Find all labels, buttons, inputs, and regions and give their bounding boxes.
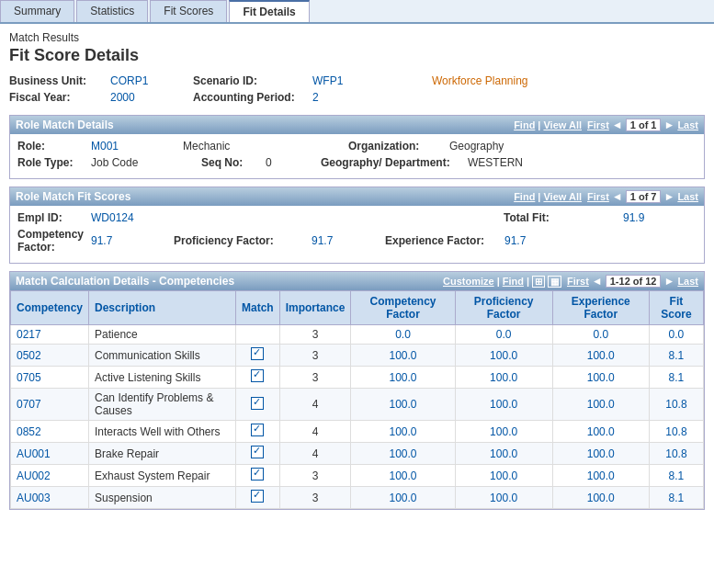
scenario-id-label: Scenario ID: [193,74,312,87]
cell-prof-factor: 0.0 [455,325,552,345]
role-match-details-header: Role Match Details Find | View All First… [10,116,704,134]
cell-match [236,389,280,421]
scenario-name: Workforce Planning [432,74,705,87]
tab-fit-scores[interactable]: Fit Scores [150,0,227,22]
prev-arrow[interactable]: ◄ [612,119,623,131]
fit-row-1: Empl ID: WD0124 Total Fit: 91.9 [17,211,697,224]
checkmark-icon [251,369,264,382]
geo-dept-value: WESTERN [468,156,578,169]
cell-importance: 3 [279,345,351,367]
cell-competency: 0217 [11,325,89,345]
cell-importance: 3 [279,367,351,389]
accounting-period-label: Accounting Period: [193,91,312,104]
cell-fit-score: 8.1 [649,367,703,389]
table-row: AU003 Suspension 3 100.0 100.0 100.0 8.1 [11,487,704,509]
geo-dept-label: Geography/ Department: [321,156,468,169]
seq-no-value: 0 [266,156,302,169]
comp-factor-label: Competency Factor: [17,228,91,254]
checkmark-icon [251,397,264,410]
cell-importance: 4 [279,443,351,465]
view-all-link[interactable]: View All [543,119,582,130]
tab-bar: Summary Statistics Fit Scores Fit Detail… [0,0,714,24]
mc-last-link[interactable]: Last [677,276,698,287]
mc-find-link[interactable]: Find [503,276,524,287]
fit-first-link[interactable]: First [587,191,609,202]
cell-description: Exhaust System Repair [89,465,236,487]
customize-link[interactable]: Customize [443,276,494,287]
cell-match [236,325,280,345]
cell-competency: AU002 [11,465,89,487]
cell-competency: 0852 [11,421,89,443]
role-row-2: Role Type: Job Code Seq No: 0 Geography/… [17,156,697,169]
role-fit-scores-section: Role Match Fit Scores Find | View All Fi… [9,187,705,264]
table-row: 0705 Active Listening Skills 3 100.0 100… [11,367,704,389]
cell-exp-factor: 100.0 [552,487,649,509]
tab-statistics[interactable]: Statistics [76,0,148,22]
cell-description: Can Identify Problems & Causes [89,389,236,421]
org-label: Organization: [348,140,449,153]
role-fit-scores-header: Role Match Fit Scores Find | View All Fi… [10,187,704,206]
chart-icon: ▦ [548,276,561,288]
fit-find-link[interactable]: Find [514,191,535,202]
next-arrow[interactable]: ► [663,119,674,131]
cell-fit-score: 0.0 [649,325,703,345]
fit-view-all-link[interactable]: View All [543,191,582,202]
table-row: 0217 Patience 3 0.0 0.0 0.0 0.0 [11,325,704,345]
business-unit-value: CORP1 [110,74,193,87]
role-label: Role: [17,140,91,153]
col-competency: Competency [11,291,89,325]
role-fit-scores-title: Role Match Fit Scores [16,190,130,203]
col-prof-factor: Proficiency Factor [455,291,552,325]
fit-prev-arrow[interactable]: ◄ [612,190,623,203]
cell-importance: 4 [279,421,351,443]
cell-comp-factor: 100.0 [351,389,455,421]
cell-comp-factor: 0.0 [351,325,455,345]
mc-next-arrow[interactable]: ► [663,275,674,288]
cell-match [236,487,280,509]
cell-description: Active Listening Skills [89,367,236,389]
col-match: Match [236,291,280,325]
fit-next-arrow[interactable]: ► [663,190,674,203]
cell-fit-score: 10.8 [649,389,703,421]
cell-exp-factor: 100.0 [552,443,649,465]
cell-description: Patience [89,325,236,345]
cell-exp-factor: 0.0 [552,325,649,345]
cell-description: Interacts Well with Others [89,421,236,443]
seq-no-label: Seq No: [201,156,266,169]
mc-prev-arrow[interactable]: ◄ [592,275,603,288]
fit-last-link[interactable]: Last [677,191,698,202]
page-content: Match Results Fit Score Details Business… [0,24,714,517]
table-row: 0707 Can Identify Problems & Causes 4 10… [11,389,704,421]
exp-factor-value: 91.7 [504,234,526,247]
cell-fit-score: 8.1 [649,487,703,509]
match-calc-section: Match Calculation Details - Competencies… [9,271,705,510]
table-row: 0852 Interacts Well with Others 4 100.0 … [11,421,704,443]
cell-importance: 3 [279,325,351,345]
cell-match [236,421,280,443]
tab-fit-details[interactable]: Fit Details [229,0,309,22]
match-calc-header: Match Calculation Details - Competencies… [10,272,704,290]
cell-exp-factor: 100.0 [552,389,649,421]
cell-importance: 3 [279,487,351,509]
table-row: 0502 Communication Skills 3 100.0 100.0 … [11,345,704,367]
cell-competency: 0707 [11,389,89,421]
mc-paging-box: 1-12 of 12 [606,275,662,288]
find-link[interactable]: Find [514,119,535,130]
tab-summary[interactable]: Summary [0,0,74,22]
cell-description: Brake Repair [89,443,236,465]
org-value: Geography [449,140,560,153]
match-calc-table: Competency Description Match Importance … [10,290,704,509]
cell-comp-factor: 100.0 [351,443,455,465]
fiscal-year-value: 2000 [110,91,193,104]
empl-id-value: WD0124 [91,211,174,224]
mc-first-link[interactable]: First [567,276,589,287]
cell-exp-factor: 100.0 [552,345,649,367]
page-title: Fit Score Details [9,46,705,65]
cell-exp-factor: 100.0 [552,465,649,487]
col-exp-factor: Experience Factor [552,291,649,325]
cell-prof-factor: 100.0 [455,465,552,487]
cell-fit-score: 8.1 [649,345,703,367]
last-link[interactable]: Last [677,119,698,130]
first-link[interactable]: First [587,119,609,130]
role-match-details-section: Role Match Details Find | View All First… [9,115,705,179]
